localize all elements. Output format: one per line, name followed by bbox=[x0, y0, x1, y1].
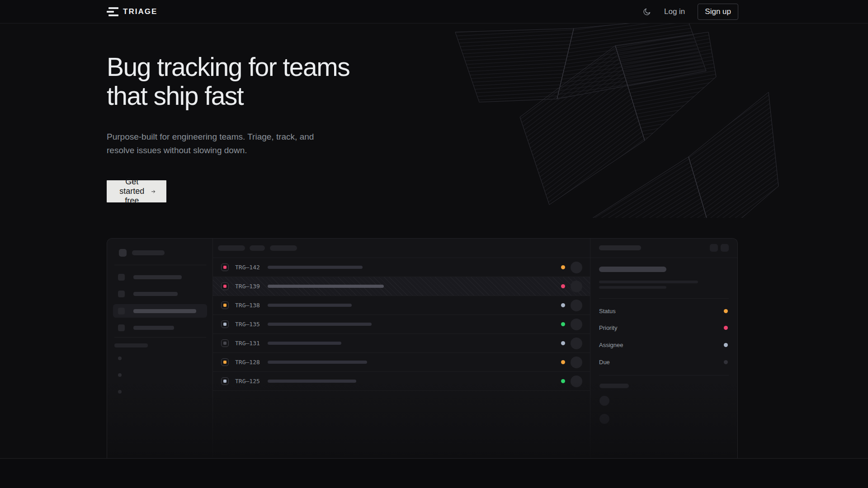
preview-nav-item bbox=[113, 321, 207, 334]
moon-icon[interactable] bbox=[642, 7, 651, 17]
preview-comment-avatar-placeholder bbox=[599, 414, 609, 424]
issue-row: TRG–139 bbox=[213, 277, 590, 296]
preview-activity-label-placeholder bbox=[599, 384, 629, 388]
assignee-avatar bbox=[571, 338, 582, 349]
issue-title-placeholder bbox=[268, 285, 384, 288]
brand-name: TRIAGE bbox=[123, 7, 157, 16]
hero-subtitle: Purpose-built for engineering teams. Tri… bbox=[107, 130, 342, 157]
triage-bars-icon bbox=[107, 7, 118, 17]
assignee-avatar bbox=[571, 300, 582, 311]
assignee-avatar bbox=[571, 262, 582, 273]
issue-row: TRG–138 bbox=[213, 296, 590, 315]
issue-type-icon bbox=[221, 282, 229, 290]
issue-id: TRG–138 bbox=[235, 302, 263, 309]
issue-id: TRG–135 bbox=[235, 321, 263, 328]
footer bbox=[0, 458, 868, 488]
issue-row: TRG–135 bbox=[213, 315, 590, 334]
issue-title-placeholder bbox=[268, 266, 363, 269]
issue-title-placeholder bbox=[268, 342, 341, 345]
issue-title-placeholder bbox=[268, 361, 367, 364]
assignee-avatar bbox=[571, 319, 582, 330]
status-dot bbox=[561, 341, 565, 345]
detail-field-row: Due bbox=[599, 357, 728, 366]
issue-title-placeholder bbox=[268, 323, 372, 326]
preview-detail-panel: Status Priority Assignee Due bbox=[590, 239, 737, 458]
preview-project-dot bbox=[118, 390, 122, 394]
issue-type-icon bbox=[221, 377, 229, 385]
preview-section-label-placeholder bbox=[114, 343, 148, 347]
assignee-avatar bbox=[571, 357, 582, 368]
status-dot bbox=[561, 284, 565, 288]
preview-nav-item bbox=[113, 287, 207, 300]
issue-title-placeholder bbox=[268, 380, 356, 383]
field-label: Assignee bbox=[599, 342, 623, 348]
preview-filter-pill bbox=[218, 245, 245, 251]
status-dot bbox=[561, 379, 565, 383]
assignee-avatar bbox=[571, 281, 582, 292]
issue-type-icon bbox=[221, 358, 229, 366]
divider bbox=[114, 265, 206, 265]
issue-id: TRG–142 bbox=[235, 264, 263, 271]
preview-desc-line bbox=[599, 281, 698, 283]
preview-detail-title-placeholder bbox=[599, 245, 641, 250]
preview-logo-placeholder bbox=[119, 249, 127, 257]
field-label: Status bbox=[599, 308, 616, 314]
preview-comment-avatar-placeholder bbox=[599, 396, 609, 406]
preview-project-dot bbox=[118, 373, 122, 377]
preview-issue-list: TRG–142 TRG–139 TRG–138 TRG–135 TRG–131 bbox=[213, 239, 590, 458]
preview-sidebar bbox=[107, 239, 213, 458]
preview-filter-pill bbox=[270, 245, 297, 251]
divider bbox=[599, 298, 729, 299]
issue-id: TRG–128 bbox=[235, 359, 263, 366]
app-preview-window: TRG–142 TRG–139 TRG–138 TRG–135 TRG–131 bbox=[107, 238, 738, 458]
signup-button[interactable]: Sign up bbox=[698, 4, 738, 20]
status-dot bbox=[561, 265, 565, 269]
issue-row: TRG–128 bbox=[213, 353, 590, 372]
preview-logo-row bbox=[119, 249, 165, 257]
issue-row: TRG–142 bbox=[213, 258, 590, 277]
issue-title-placeholder bbox=[268, 304, 352, 307]
login-link[interactable]: Log in bbox=[664, 7, 685, 16]
field-value-dot bbox=[724, 309, 728, 313]
issue-id: TRG–125 bbox=[235, 378, 263, 385]
field-value-dot bbox=[724, 343, 728, 347]
detail-field-row: Status bbox=[599, 306, 728, 315]
preview-issue-title-placeholder bbox=[599, 267, 666, 272]
preview-project-dot bbox=[118, 357, 122, 360]
detail-field-row: Priority bbox=[599, 323, 728, 332]
divider bbox=[599, 375, 729, 375]
preview-title-placeholder bbox=[132, 250, 165, 255]
brand: TRIAGE bbox=[107, 0, 157, 23]
issue-id: TRG–131 bbox=[235, 340, 263, 347]
divider bbox=[114, 337, 206, 338]
field-label: Priority bbox=[599, 324, 617, 331]
preview-toolbar bbox=[213, 239, 590, 258]
hero-title: Bug tracking for teams that ship fast bbox=[107, 52, 423, 110]
issue-rows: TRG–142 TRG–139 TRG–138 TRG–135 TRG–131 bbox=[213, 258, 590, 391]
issue-type-icon bbox=[221, 263, 229, 271]
issue-type-icon bbox=[221, 339, 229, 347]
arrow-right-icon bbox=[151, 188, 156, 195]
issue-row: TRG–131 bbox=[213, 334, 590, 353]
issue-row: TRG–125 bbox=[213, 372, 590, 391]
wireframe-panels-decoration bbox=[452, 23, 796, 218]
field-label: Due bbox=[599, 359, 610, 366]
site-header: TRIAGE Log in Sign up bbox=[0, 0, 868, 23]
preview-detail-action-placeholder bbox=[721, 244, 729, 252]
get-started-button[interactable]: Get started free bbox=[107, 180, 166, 202]
preview-desc-line bbox=[599, 286, 666, 289]
status-dot bbox=[561, 303, 565, 307]
status-dot bbox=[561, 360, 565, 364]
field-value-dot bbox=[724, 360, 728, 364]
preview-nav-item bbox=[113, 270, 207, 284]
preview-detail-action-placeholder bbox=[710, 244, 718, 252]
issue-type-icon bbox=[221, 301, 229, 309]
preview-filter-pill bbox=[250, 245, 265, 251]
assignee-avatar bbox=[571, 375, 582, 387]
status-dot bbox=[561, 322, 565, 326]
field-value-dot bbox=[724, 326, 728, 330]
header-actions: Log in Sign up bbox=[642, 0, 738, 23]
preview-detail-header bbox=[590, 239, 737, 258]
issue-id: TRG–139 bbox=[235, 283, 263, 290]
issue-type-icon bbox=[221, 320, 229, 328]
